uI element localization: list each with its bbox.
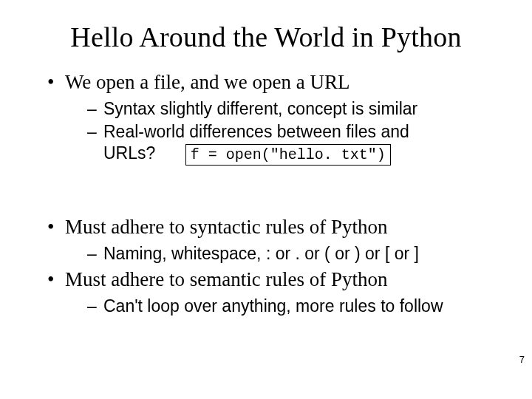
slide: Hello Around the World in Python We open… [0, 0, 532, 399]
bullet-2-sublist: Naming, whitespace, : or . or ( or ) or … [87, 243, 505, 265]
bullet-1-sub-1: Syntax slightly different, concept is si… [87, 98, 505, 120]
bullet-list: We open a file, and we open a URL Syntax… [47, 71, 505, 166]
bullet-1-sublist: Syntax slightly different, concept is si… [87, 98, 505, 166]
bullet-1-sub-2: Real-world differences between files and… [87, 121, 505, 166]
bullet-1: We open a file, and we open a URL Syntax… [47, 71, 505, 166]
bullet-2: Must adhere to syntactic rules of Python… [47, 216, 505, 265]
bullet-1-text: We open a file, and we open a URL [65, 71, 349, 93]
slide-title: Hello Around the World in Python [27, 21, 505, 53]
bullet-1-sub-2-line1: Real-world differences between files and [103, 122, 409, 141]
bullet-list-2: Must adhere to syntactic rules of Python… [47, 216, 505, 318]
page-number: 7 [519, 354, 525, 365]
bullet-2-sub-1: Naming, whitespace, : or . or ( or ) or … [87, 243, 505, 265]
code-snippet: f = open("hello. txt") [185, 144, 391, 166]
bullet-3-text: Must adhere to semantic rules of Python [65, 268, 387, 290]
bullet-1-sub-2-line2: URLs? [103, 143, 155, 163]
bullet-3-sub-1: Can't loop over anything, more rules to … [87, 296, 505, 317]
bullet-3: Must adhere to semantic rules of Python … [47, 268, 505, 317]
bullet-3-sublist: Can't loop over anything, more rules to … [87, 296, 505, 317]
bullet-2-text: Must adhere to syntactic rules of Python [65, 216, 387, 238]
spacer [27, 170, 505, 216]
